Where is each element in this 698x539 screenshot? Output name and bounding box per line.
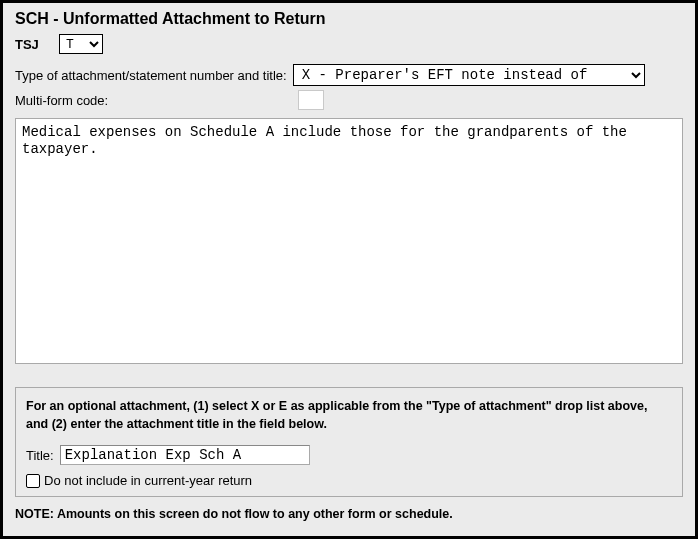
checkbox-row: Do not include in current-year return [26, 473, 672, 488]
multiform-label: Multi-form code: [15, 93, 108, 108]
attachment-body-textarea[interactable]: Medical expenses on Schedule A include t… [15, 118, 683, 364]
title-label: Title: [26, 448, 54, 463]
optional-attachment-box: For an optional attachment, (1) select X… [15, 387, 683, 497]
form-frame: SCH - Unformatted Attachment to Return T… [0, 0, 698, 539]
type-select[interactable]: X - Preparer's EFT note instead of [293, 64, 645, 86]
optional-instruction: For an optional attachment, (1) select X… [26, 398, 672, 433]
page-title: SCH - Unformatted Attachment to Return [15, 10, 683, 28]
title-input[interactable] [60, 445, 310, 465]
title-row: Title: [26, 445, 672, 465]
exclude-current-year-checkbox[interactable] [26, 474, 40, 488]
multiform-row: Multi-form code: [15, 90, 683, 110]
exclude-current-year-label: Do not include in current-year return [44, 473, 252, 488]
multiform-input[interactable] [298, 90, 324, 110]
tsj-select[interactable]: T [59, 34, 103, 54]
tsj-label: TSJ [15, 37, 51, 52]
footer-note: NOTE: Amounts on this screen do not flow… [15, 507, 683, 521]
type-label: Type of attachment/statement number and … [15, 68, 287, 83]
type-row: Type of attachment/statement number and … [15, 64, 683, 86]
tsj-row: TSJ T [15, 34, 683, 54]
